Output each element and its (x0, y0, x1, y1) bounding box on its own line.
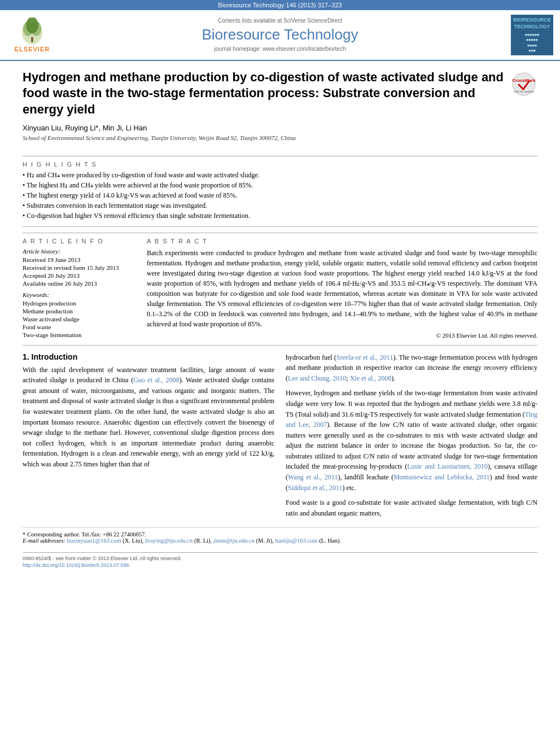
received-date: Received 19 June 2013 (23, 256, 135, 263)
ref-siddiqui[interactable]: Siddiqui et al., 2011 (288, 484, 343, 492)
email-link-3[interactable]: jimin@tju.edu.cn (213, 538, 255, 544)
ref-montusiewicz[interactable]: Montusiewicz and Leblocka, 2011 (393, 473, 489, 481)
body-two-col: 1. Introduction With the rapid developme… (23, 352, 537, 523)
intro-para-4: Food waste is a good co-substrate for wa… (286, 497, 537, 518)
article-title-area: Hydrogen and methane production by co-di… (23, 69, 506, 146)
article-info-abstract-section: A R T I C L E I N F O Article history: R… (23, 233, 537, 339)
highlight-item: The highest energy yield of 14.0 kJ/g-VS… (23, 191, 537, 200)
email-link-1[interactable]: liuxinyuan1@163.com (67, 538, 121, 544)
keywords-label: Keywords: (23, 291, 135, 298)
keyword-3: Waste activated sludge (23, 316, 135, 322)
elsevier-tree-icon (15, 18, 49, 46)
accepted-date: Accepted 20 July 2013 (23, 272, 135, 279)
email-link-4[interactable]: hanliju@163.com (275, 538, 317, 544)
corresponding-author: * Corresponding author. Tel./fax: +86 22… (23, 531, 537, 538)
ref-sreela[interactable]: Sreela-or et al., 2011 (336, 353, 393, 361)
email-link-2[interactable]: liruying@tju.edu.cn (145, 538, 193, 544)
footnote-section: * Corresponding author. Tel./fax: +86 22… (23, 527, 537, 544)
intro-para-3: However, hydrogen and methane yields of … (286, 388, 537, 493)
highlight-item: Substrates conversion in each fermentati… (23, 202, 537, 210)
ref-lee-chung[interactable]: Lee and Chung, 2010 (288, 374, 346, 382)
article-title: Hydrogen and methane production by co-di… (23, 69, 506, 118)
body-section: 1. Introduction With the rapid developme… (23, 345, 537, 523)
intro-para-1: With the rapid development of wastewater… (23, 365, 274, 470)
crossmark-badge: CrossMark click for updates (512, 72, 537, 98)
journal-citation: Bioresource Technology 146 (2013) 317–32… (218, 2, 342, 8)
highlight-item: The highest H₂ and CH₄ yields were achie… (23, 181, 537, 190)
bioresource-logo-box: BIORESOURCETECHNOLOGY ■■■■■■■■■■■■■■■■■■ (511, 15, 553, 55)
keyword-5: Two-stage fermentation (23, 331, 135, 338)
crossmark-icon: CrossMark click for updates (512, 72, 536, 96)
page-footer: 0960-8524/$ - see front matter © 2013 El… (23, 552, 537, 568)
body-col-left: 1. Introduction With the rapid developme… (23, 352, 274, 523)
affiliation: School of Environmental Science and Engi… (23, 134, 506, 141)
ref-xie[interactable]: Xie et al., 2008 (350, 374, 392, 382)
highlights-section: H I G H L I G H T S H₂ and CH₄ were prod… (23, 156, 537, 227)
highlights-list: H₂ and CH₄ were produced by co-digestion… (23, 171, 537, 220)
journal-header: ELSEVIER Contents lists available at Sci… (0, 10, 560, 61)
authors-line: Xinyuan Liu, Ruying Li*, Min Ji, Li Han (23, 124, 506, 132)
keyword-4: Food waste (23, 324, 135, 330)
keyword-2: Methane production (23, 308, 135, 314)
journal-logo-right: BIORESOURCETECHNOLOGY ■■■■■■■■■■■■■■■■■■ (502, 15, 553, 55)
main-content: Hydrogen and methane production by co-di… (0, 61, 560, 578)
journal-homepage: journal homepage: www.elsevier.com/locat… (58, 46, 502, 52)
revised-date: Received in revised form 15 July 2013 (23, 264, 135, 271)
footer-issn: 0960-8524/$ - see front matter © 2013 El… (23, 556, 537, 561)
journal-citation-bar: Bioresource Technology 146 (2013) 317–32… (0, 0, 560, 10)
abstract-copyright: © 2013 Elsevier Ltd. All rights reserved… (147, 332, 537, 339)
svg-text:click for updates: click for updates (514, 90, 535, 93)
ref-ting[interactable]: Ting and Lee, 2007 (286, 410, 537, 429)
keyword-1: Hydrogen production (23, 300, 135, 307)
journal-title: Bioresource Technology (58, 26, 502, 43)
highlight-item: Co-digestion had higher VS removal effic… (23, 212, 537, 220)
abstract-column: A B S T R A C T Batch experiments were c… (147, 238, 537, 339)
journal-center: Contents lists available at SciVerse Sci… (58, 18, 502, 52)
ref-luste[interactable]: Luste and Luostarinen, 2010 (407, 462, 488, 470)
highlights-label: H I G H L I G H T S (23, 161, 537, 168)
svg-rect-1 (31, 37, 33, 42)
elsevier-logo: ELSEVIER (7, 18, 58, 53)
svg-text:CrossMark: CrossMark (512, 78, 536, 83)
intro-para-2: hydrocarbon fuel (Sreela-or et al., 2011… (286, 352, 537, 384)
elsevier-wordmark: ELSEVIER (15, 46, 50, 53)
email-addresses: E-mail addresses: liuxinyuan1@163.com (X… (23, 538, 537, 544)
ref-guo[interactable]: Guo et al., 2008 (133, 376, 179, 384)
doi-link[interactable]: http://dx.doi.org/10.1016/j.biortech.201… (23, 562, 129, 568)
article-history-label: Article history: (23, 248, 135, 255)
body-col-right: hydrocarbon fuel (Sreela-or et al., 2011… (286, 352, 537, 523)
highlight-item: H₂ and CH₄ were produced by co-digestion… (23, 171, 537, 180)
bio-logo-title: BIORESOURCETECHNOLOGY (513, 17, 551, 30)
abstract-text: Batch experiments were conducted to prod… (147, 248, 537, 329)
article-info-label: A R T I C L E I N F O (23, 238, 135, 244)
online-date: Available online 26 July 2013 (23, 280, 135, 287)
article-info-column: A R T I C L E I N F O Article history: R… (23, 238, 135, 339)
abstract-label: A B S T R A C T (147, 238, 537, 244)
intro-heading: 1. Introduction (23, 352, 274, 361)
article-title-section: Hydrogen and methane production by co-di… (23, 69, 537, 150)
sciverse-line: Contents lists available at SciVerse Sci… (58, 18, 502, 24)
ref-wang[interactable]: Wang et al., 2011 (288, 473, 338, 481)
footer-doi[interactable]: http://dx.doi.org/10.1016/j.biortech.201… (23, 562, 537, 568)
svg-point-4 (26, 18, 38, 33)
